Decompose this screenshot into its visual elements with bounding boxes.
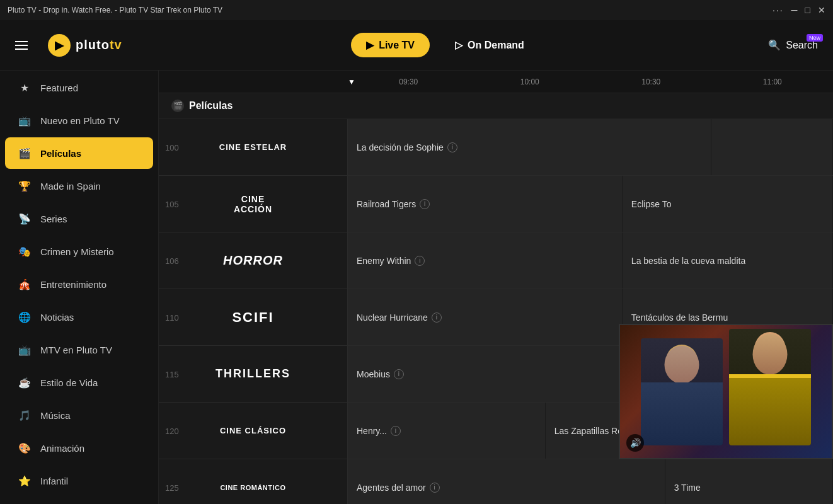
program-cell[interactable]: Nuclear Hurricanei [348,289,623,345]
header: ▶ plutotv ▶ Live TV ▷ On Demand 🔍 Search… [0,20,833,71]
channel-logo-110: SCIFI [232,309,273,326]
maximize-icon[interactable]: □ [805,5,810,15]
program-name: Eclipse To [631,199,672,209]
info-icon[interactable]: i [415,256,425,266]
channel-number: 100 [165,142,179,152]
program-cell[interactable] [711,119,833,175]
more-options-icon[interactable]: ··· [773,5,784,15]
sidebar-label-peliculas: Películas [40,148,81,159]
pluto-logo-icon: ▶ [48,34,71,57]
sidebar-label-made-in-spain: Made in Spain [40,181,101,192]
sidebar-icon-animacion: 🎨 [18,441,32,455]
sidebar-item-musica[interactable]: 🎵 Música [5,399,153,431]
new-badge: New [807,34,823,42]
sidebar-icon-peliculas: 🎬 [18,146,32,160]
ondemand-icon: ▷ [455,39,462,51]
sidebar-item-entretenimiento[interactable]: 🎪 Entretenimiento [5,268,153,300]
program-cell[interactable]: La decisión de Sophiei [348,119,711,175]
sidebar-icon-crimen: 🎭 [18,244,32,258]
search-button[interactable]: 🔍 Search New [768,39,818,51]
program-cell[interactable]: 3 Time [665,459,833,504]
channel-cell-100: 100CINE ESTELAR [159,119,348,175]
sidebar-item-peliculas[interactable]: 🎬 Películas [5,137,153,169]
nav-center: ▶ Live TV ▷ On Demand [137,33,754,57]
program-name: Tentáculos de las Bermu [631,312,728,323]
sidebar-item-nuevo[interactable]: 📺 Nuevo en Pluto TV [5,105,153,136]
channel-number: 115 [165,369,179,379]
sidebar-icon-musica: 🎵 [18,408,32,422]
sidebar-item-noticias[interactable]: 🌐 Noticias [5,301,153,333]
sidebar-icon-nuevo: 📺 [18,113,32,127]
sidebar-item-featured[interactable]: ★ Featured [5,72,153,103]
sidebar-item-estilo[interactable]: ☕ Estilo de Vida [5,367,153,398]
timeline-arrow-icon: ▼ [348,77,355,86]
channel-cell-105: 105CINE ACCIÓN [159,176,348,232]
sidebar-icon-series: 📡 [18,212,32,226]
channel-logo-125: CINE ROMÁNTICO [220,484,285,491]
channel-number: 105 [165,199,179,209]
info-icon[interactable]: i [420,199,430,209]
sidebar-item-series[interactable]: 📡 Series [5,203,153,234]
sidebar-item-infantil[interactable]: ⭐ Infantil [5,465,153,496]
ondemand-button[interactable]: ▷ On Demand [440,33,539,57]
sidebar-item-animacion[interactable]: 🎨 Animación [5,432,153,464]
sidebar-label-featured: Featured [40,83,78,93]
channel-logo-100: CINE ESTELAR [219,142,287,152]
timeline-time-mark: 11:00 [712,77,834,86]
sidebar-label-estilo: Estilo de Vida [40,377,98,388]
channel-logo-106: HORROR [223,253,283,268]
main-layout: ★ Featured 📺 Nuevo en Pluto TV 🎬 Películ… [0,71,833,504]
sidebar-icon-infantil: ⭐ [18,474,32,488]
info-icon[interactable]: i [447,142,457,152]
channel-row: 105CINE ACCIÓNRailroad TigersiEclipse To [159,176,833,232]
program-name: La bestia de la cueva maldita [631,256,745,266]
program-name: Railroad Tigers [357,199,416,209]
program-cell[interactable]: La bestia de la cueva maldita [623,232,833,289]
sidebar-item-made-in-spain[interactable]: 🏆 Made in Spain [5,170,153,202]
sidebar-item-crimen[interactable]: 🎭 Crimen y Misterio [5,236,153,267]
timeline-header: ▼ 09:3010:0010:3011:00 [159,71,833,93]
sidebar-icon-made-in-spain: 🏆 [18,179,32,193]
program-cell[interactable]: Henry...i [348,403,546,459]
info-icon[interactable]: i [391,426,401,436]
window-title: Pluto TV - Drop in. Watch Free. - Pluto … [8,6,222,14]
close-icon[interactable]: ✕ [818,5,825,15]
figure-kirk [729,329,811,445]
program-cell[interactable]: Eclipse To [623,176,833,232]
section-header: 🎬 Películas [159,93,833,119]
program-cell[interactable]: Enemy Withini [348,232,623,289]
channel-cell-115: 115THRILLERS [159,346,348,402]
sidebar-label-mtv: MTV en Pluto TV [40,345,112,355]
program-cell[interactable]: Agentes del amori [348,459,665,504]
channel-row: 100CINE ESTELARLa decisión de Sophiei [159,119,833,176]
program-cells-106: Enemy WithiniLa bestia de la cueva maldi… [348,232,833,289]
channel-cell-125: 125CINE ROMÁNTICO [159,459,348,504]
sidebar-icon-mtv: 📺 [18,343,32,357]
ondemand-label: On Demand [468,40,524,51]
program-cell[interactable]: Railroad Tigersi [348,176,623,232]
minimize-icon[interactable]: ─ [791,5,798,15]
info-icon[interactable]: i [432,312,442,323]
channel-number: 120 [165,426,179,435]
info-icon[interactable]: i [430,483,440,493]
sidebar-label-infantil: Infantil [40,476,68,486]
info-icon[interactable]: i [394,369,404,379]
channel-logo-120: CINE CLÁSICO [220,426,286,435]
hamburger-button[interactable] [15,41,28,50]
volume-icon[interactable]: 🔊 [626,434,644,452]
search-icon: 🔍 [768,39,781,51]
program-name: Nuclear Hurricane [357,312,428,323]
timeline-time-mark: 10:30 [590,77,712,86]
sidebar-label-musica: Música [40,410,71,421]
channel-row: 106HORROREnemy WithiniLa bestia de la cu… [159,232,833,289]
logo-text: plutotv [76,38,122,52]
thumbnail-figures [620,325,832,458]
sidebar-icon-entretenimiento: 🎪 [18,277,32,291]
livetv-button[interactable]: ▶ Live TV [351,33,430,57]
livetv-icon: ▶ [366,39,374,51]
timeline-times: 09:3010:0010:3011:00 [348,77,833,86]
timeline-time-mark: 10:00 [469,77,591,86]
sidebar-item-mtv[interactable]: 📺 MTV en Pluto TV [5,334,153,365]
thumbnail-image [620,325,832,458]
sidebar-icon-estilo: ☕ [18,375,32,389]
